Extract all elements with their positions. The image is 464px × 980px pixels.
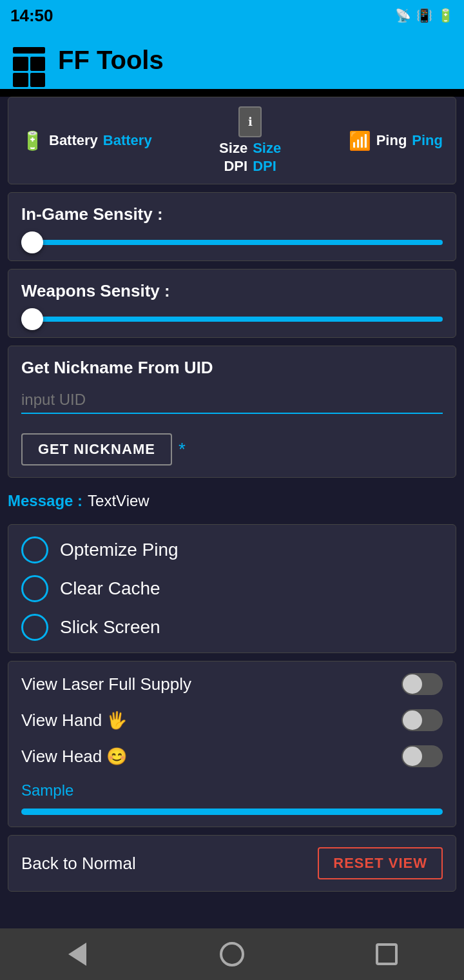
ping-info: 📶 Ping Ping [349,130,443,152]
toggle-laser-label: View Laser Full Supply [21,674,191,694]
weapons-sensity-slider-container[interactable] [21,310,443,326]
reset-view-button[interactable]: RESET VIEW [318,847,443,879]
nav-recents-button[interactable] [367,935,406,974]
battery-icon: 🔋 [438,8,454,23]
logo-cell-2 [30,57,46,71]
option-clear-cache[interactable]: Clear Cache [21,575,443,602]
radio-slick-screen[interactable] [21,614,48,641]
nav-home-button[interactable] [213,935,251,974]
recents-icon [376,943,398,965]
battery-info: 🔋 Battery Battery [21,130,152,152]
app-logo [13,47,45,73]
toggle-laser-knob [403,674,422,694]
size-value: Size [253,140,281,157]
app-title: FF Tools [58,46,164,75]
toggle-head-switch[interactable] [401,745,443,767]
weapons-sensity-thumb[interactable] [21,308,43,330]
options-card: Optemize Ping Clear Cache Slick Screen [8,524,456,653]
toggle-hand-label: View Hand 🖐 [21,710,128,730]
option-slick-screen-label: Slick Screen [60,617,160,638]
battery-value: Battery [103,132,152,149]
back-to-normal-label: Back to Normal [21,854,136,874]
option-optemize-ping[interactable]: Optemize Ping [21,536,443,564]
uid-input[interactable] [21,387,443,414]
logo-cell-4 [30,73,46,87]
toggle-hand-row: View Hand 🖐 [21,709,443,731]
in-game-sensity-card: In-Game Sensity : [8,192,456,261]
toggle-laser-row: View Laser Full Supply [21,673,443,695]
ping-label: Ping [376,132,407,149]
vibrate-icon: 📳 [416,8,432,23]
logo-cell-3 [13,73,28,87]
back-icon [68,943,86,966]
size-dpi-info: ℹ Size Size DPI DPI [219,106,281,175]
dpi-labels: DPI DPI [224,158,276,175]
status-bar: 14:50 📡 📳 🔋 [0,0,464,31]
nav-back-button[interactable] [58,935,97,974]
weapons-sensity-card: Weapons Sensity : [8,269,456,338]
message-label: Message : [8,492,82,510]
toggle-head-knob [403,747,422,766]
info-icon: ℹ [238,106,262,137]
message-row: Message : TextView [8,485,456,516]
size-dpi-labels: Size Size [219,140,281,157]
ping-icon: 📶 [349,130,371,152]
get-nickname-button[interactable]: GET NICKNAME [21,433,172,466]
view-toggles-card: View Laser Full Supply View Hand 🖐 View … [8,661,456,827]
bottom-action-row: Back to Normal RESET VIEW [8,835,456,892]
toggle-hand-knob [403,710,422,730]
logo-cell-1 [13,57,28,71]
sample-progress-bar [21,808,443,815]
main-content: 🔋 Battery Battery ℹ Size Size DPI DPI 📶 … [0,97,464,936]
home-icon [220,942,244,966]
status-icons: 📡 📳 🔋 [395,8,454,23]
asterisk-mark: * [179,439,186,460]
in-game-sensity-slider-container[interactable] [21,233,443,249]
option-optemize-ping-label: Optemize Ping [60,540,179,560]
dpi-value: DPI [253,158,276,175]
ping-value: Ping [412,132,443,149]
toggle-laser-switch[interactable] [401,673,443,695]
logo-top-bar [13,47,45,54]
nickname-card: Get Nickname From UID GET NICKNAME * [8,346,456,478]
size-label: Size [219,140,247,157]
in-game-sensity-label: In-Game Sensity : [21,204,443,224]
toggle-hand-switch[interactable] [401,709,443,731]
option-clear-cache-label: Clear Cache [60,578,160,599]
top-bar: FF Tools [0,31,464,89]
info-row: 🔋 Battery Battery ℹ Size Size DPI DPI 📶 … [8,97,456,184]
weapons-sensity-track[interactable] [21,317,443,322]
nav-bar [0,928,464,980]
battery-label: Battery [49,132,98,149]
option-slick-screen[interactable]: Slick Screen [21,614,443,641]
toggle-head-label: View Head 😊 [21,747,128,767]
in-game-sensity-track[interactable] [21,240,443,245]
sample-link[interactable]: Sample [21,781,443,799]
dpi-label: DPI [224,158,247,175]
in-game-sensity-thumb[interactable] [21,231,43,253]
weapons-sensity-label: Weapons Sensity : [21,281,443,301]
cast-icon: 📡 [395,8,411,23]
status-time: 14:50 [10,6,53,26]
message-value: TextView [88,492,150,510]
nickname-title: Get Nickname From UID [21,358,443,378]
radio-optemize-ping[interactable] [21,536,48,564]
toggle-head-row: View Head 😊 [21,745,443,767]
battery-icon-info: 🔋 [21,130,44,152]
radio-clear-cache[interactable] [21,575,48,602]
